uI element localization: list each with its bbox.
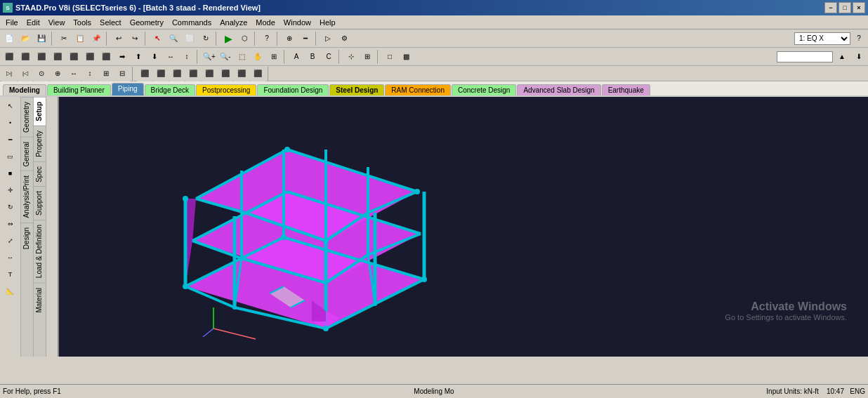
- tb3-1[interactable]: ▷|: [1, 66, 17, 81]
- tb2-2[interactable]: ⬛: [18, 49, 33, 65]
- tb-cursor[interactable]: ↖: [150, 31, 165, 46]
- tb2-7[interactable]: ⬛: [98, 49, 114, 65]
- load-combo[interactable]: 1: EQ X: [794, 32, 850, 45]
- tb3-3[interactable]: ⊙: [34, 66, 49, 81]
- tab-bridge-deck[interactable]: Bridge Deck: [145, 84, 195, 95]
- tab-postprocessing[interactable]: Postprocessing: [196, 84, 256, 95]
- tool-text[interactable]: T: [1, 267, 20, 282]
- tab-ram-connection[interactable]: RAM Connection: [385, 84, 451, 95]
- tb2-3[interactable]: ⬛: [34, 49, 49, 65]
- tool-solid[interactable]: ■: [1, 166, 20, 181]
- tb-fit[interactable]: ⬜: [182, 31, 197, 46]
- menu-analyze[interactable]: Analyze: [216, 18, 251, 27]
- tab-earthquake[interactable]: Earthquake: [602, 84, 650, 95]
- tab-building-planner[interactable]: Building Planner: [47, 84, 111, 95]
- tb-open[interactable]: 📂: [18, 31, 33, 46]
- menu-geometry[interactable]: Geometry: [126, 18, 168, 27]
- maximize-button[interactable]: □: [839, 2, 851, 13]
- tb2-5[interactable]: ⬛: [66, 49, 81, 65]
- tb2-preview2[interactable]: ▩: [398, 49, 414, 65]
- sub-tab-load[interactable]: Load & Definition: [34, 220, 46, 282]
- menu-file[interactable]: File: [1, 18, 22, 27]
- tb2-zoom-in[interactable]: 🔍+: [202, 49, 217, 65]
- tb2-grid[interactable]: ⊞: [360, 49, 375, 65]
- tb2-12[interactable]: ↕: [179, 49, 195, 65]
- tb3-14[interactable]: ⬛: [218, 66, 233, 81]
- coord-input[interactable]: [777, 51, 833, 62]
- menu-mode[interactable]: Mode: [251, 18, 280, 27]
- menu-view[interactable]: View: [44, 18, 70, 27]
- tb-undo[interactable]: ↩: [111, 31, 126, 46]
- sub-tab-setup[interactable]: Setup: [34, 97, 46, 126]
- tb2-6[interactable]: ⬛: [82, 49, 98, 65]
- minimize-button[interactable]: −: [824, 2, 837, 13]
- tb2-preview1[interactable]: □: [382, 49, 397, 65]
- tb2-pan[interactable]: ✋: [250, 49, 265, 65]
- tb-combo-help[interactable]: ?: [851, 31, 867, 46]
- menu-help[interactable]: Help: [315, 18, 340, 27]
- tb-copy[interactable]: 📋: [72, 31, 88, 46]
- tb3-9[interactable]: ⬛: [137, 66, 152, 81]
- tb-zoom[interactable]: 🔍: [166, 31, 181, 46]
- tb3-13[interactable]: ⬛: [202, 66, 217, 81]
- tb-help[interactable]: ?: [259, 31, 275, 46]
- tool-dimension[interactable]: ↔: [1, 250, 20, 265]
- panel-tab-analysis[interactable]: Analysis/Print: [21, 171, 33, 223]
- tb2-zoom-fit[interactable]: ⬚: [234, 49, 249, 65]
- sub-tab-material[interactable]: Material: [34, 283, 46, 317]
- tb3-16[interactable]: ⬛: [250, 66, 265, 81]
- tb2-a2[interactable]: B: [305, 49, 320, 65]
- tb2-a3[interactable]: C: [321, 49, 336, 65]
- tb2-1[interactable]: ⬛: [1, 49, 17, 65]
- tb3-8[interactable]: ⊟: [114, 66, 130, 81]
- tb2-download[interactable]: ⬇: [851, 49, 867, 65]
- menu-tools[interactable]: Tools: [69, 18, 96, 27]
- panel-tab-geometry[interactable]: Geometry: [21, 97, 33, 137]
- tb-save[interactable]: 💾: [34, 31, 49, 46]
- tab-foundation-design[interactable]: Foundation Design: [257, 84, 329, 95]
- tool-beam[interactable]: ━: [1, 132, 20, 147]
- menu-edit[interactable]: Edit: [22, 18, 44, 27]
- tb-beam[interactable]: ━: [298, 31, 313, 46]
- sub-tab-spec[interactable]: Spec: [34, 161, 46, 187]
- tb2-zoom-out[interactable]: 🔍-: [218, 49, 233, 65]
- tool-node[interactable]: •: [1, 115, 20, 131]
- tb-redo[interactable]: ↪: [127, 31, 143, 46]
- sub-tab-support[interactable]: Support: [34, 186, 46, 220]
- tb2-4[interactable]: ⬛: [50, 49, 65, 65]
- tool-move[interactable]: ✛: [1, 183, 20, 198]
- tool-select[interactable]: ↖: [1, 98, 20, 114]
- tb-new[interactable]: 📄: [1, 31, 17, 46]
- tb3-7[interactable]: ⊞: [98, 66, 114, 81]
- sub-tab-property[interactable]: Property: [34, 126, 46, 161]
- tab-concrete-design[interactable]: Concrete Design: [452, 84, 516, 95]
- panel-tab-general[interactable]: General: [21, 137, 33, 171]
- tb3-10[interactable]: ⬛: [153, 66, 169, 81]
- tool-measure[interactable]: 📐: [1, 284, 20, 299]
- tb2-11[interactable]: ↔: [163, 49, 178, 65]
- tb2-10[interactable]: ⬇: [147, 49, 162, 65]
- tab-advanced-slab[interactable]: Advanced Slab Design: [517, 84, 600, 95]
- tb3-4[interactable]: ⊕: [50, 66, 65, 81]
- tb3-2[interactable]: |◁: [18, 66, 33, 81]
- tb2-spin-up[interactable]: ▲: [834, 49, 850, 65]
- menu-window[interactable]: Window: [280, 18, 315, 27]
- tb2-9[interactable]: ⬆: [131, 49, 146, 65]
- tb2-snap[interactable]: ⊹: [343, 49, 359, 65]
- tab-piping[interactable]: Piping: [112, 83, 144, 95]
- tb-rotate[interactable]: ↻: [198, 31, 213, 46]
- menu-select[interactable]: Select: [96, 18, 126, 27]
- tb-node[interactable]: ⊕: [282, 31, 297, 46]
- tb-cut[interactable]: ✂: [56, 31, 72, 46]
- tb-options[interactable]: ⚙: [336, 31, 352, 46]
- tb2-zoom-win[interactable]: ⊞: [266, 49, 282, 65]
- tb2-8[interactable]: ➡: [114, 49, 130, 65]
- menu-commands[interactable]: Commands: [168, 18, 216, 27]
- tb3-11[interactable]: ⬛: [169, 66, 185, 81]
- tool-mirror[interactable]: ⇔: [1, 216, 20, 232]
- tool-plate[interactable]: ▭: [1, 149, 20, 164]
- tab-steel-design[interactable]: Steel Design: [329, 84, 384, 95]
- tb3-5[interactable]: ↔: [66, 66, 81, 81]
- tool-scale[interactable]: ⤢: [1, 233, 20, 248]
- tool-rotate[interactable]: ↻: [1, 199, 20, 215]
